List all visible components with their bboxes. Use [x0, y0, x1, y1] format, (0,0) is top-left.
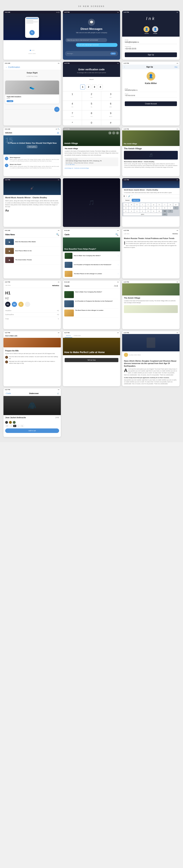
- cards-list-item-1[interactable]: How to Make Your Company Run Better? ›: [63, 251, 120, 260]
- wma-kb-tool-quote[interactable]: ": [132, 195, 132, 197]
- jean-size-m[interactable]: M: [13, 425, 16, 427]
- key-z[interactable]: z: [123, 210, 129, 213]
- key-delete[interactable]: ⌫: [162, 210, 168, 213]
- signup-skip-button[interactable]: Skip: [174, 66, 178, 68]
- jean-add-to-cart-button[interactable]: Add to cart: [5, 429, 59, 433]
- key-c[interactable]: c: [134, 210, 140, 213]
- key-h[interactable]: h: [151, 207, 156, 209]
- video-news-item-1[interactable]: ▶ Meet the Musicians Who Matter: [3, 238, 61, 247]
- dm-send-button[interactable]: Send: [110, 53, 116, 55]
- key-x[interactable]: x: [129, 210, 134, 213]
- key-i[interactable]: i: [162, 203, 168, 206]
- wma-kb-tool-link[interactable]: 🔗: [128, 195, 130, 197]
- signup-phone-field[interactable]: Phone +33-433-33-55: [125, 93, 177, 97]
- verif-box-4[interactable]: 4: [98, 85, 103, 89]
- signup-back-button[interactable]: ‹: [124, 66, 125, 68]
- wma-kb-tool-i[interactable]: I: [126, 195, 127, 197]
- verif-box-1[interactable]: 1: [80, 85, 85, 89]
- company-run-card-3[interactable]: The Best Places to Get a Burger in Londo…: [64, 309, 119, 318]
- key-a[interactable]: a: [123, 207, 129, 209]
- verif-key-3[interactable]: 3DEF: [101, 91, 120, 101]
- verif-key-5[interactable]: 5JKL: [82, 101, 101, 110]
- key-s[interactable]: s: [129, 207, 134, 209]
- wma-typo-btn[interactable]: [25, 302, 30, 307]
- latte-recipe-header-icon[interactable]: ⋮: [58, 335, 59, 337]
- amish-nav-1[interactable]: ◀: [108, 131, 111, 134]
- advices-cat-undercover[interactable]: Undercover: [72, 334, 82, 338]
- jean-back-button[interactable]: ‹ Cards: [5, 393, 11, 395]
- amish-website-link[interactable]: amishvillage.net: [65, 167, 73, 169]
- amish-nav-2[interactable]: 1: [112, 131, 115, 134]
- signup-create-button[interactable]: Create Account: [125, 101, 177, 106]
- amish-facebook-link[interactable]: facebook.com/amishvillage: [74, 167, 89, 169]
- wma-kb-cancel-button[interactable]: Cancel: [123, 199, 131, 202]
- amish-phone[interactable]: +1 717 687 8511: [66, 164, 117, 165]
- key-123[interactable]: 123: [168, 210, 173, 213]
- jean-basket-icon[interactable]: 🛒: [57, 393, 59, 395]
- signup-email-field[interactable]: Email hello@template.ru: [125, 88, 177, 92]
- key-l[interactable]: l: [168, 207, 173, 209]
- key-g[interactable]: g: [146, 207, 151, 209]
- key-e[interactable]: e: [134, 203, 140, 206]
- places-filter-icon[interactable]: ⊟: [57, 131, 59, 134]
- key-n[interactable]: n: [151, 210, 156, 213]
- verif-key-8[interactable]: 8TUV: [82, 111, 101, 120]
- key-r[interactable]: r: [140, 203, 145, 206]
- key-y[interactable]: y: [151, 203, 156, 206]
- ink-password-field[interactable]: Password +33-433-33-55: [125, 46, 177, 51]
- key-space[interactable]: space: [123, 213, 162, 216]
- jean-size-xs[interactable]: XS: [5, 425, 9, 427]
- verif-key-7[interactable]: 7PQRS: [63, 111, 82, 120]
- key-b[interactable]: b: [146, 210, 151, 213]
- key-f[interactable]: f: [140, 207, 145, 209]
- jean-size-s[interactable]: S: [9, 425, 12, 427]
- ink-signup-button[interactable]: Sign Up: [125, 53, 177, 57]
- swipe-circle-btn[interactable]: →: [54, 107, 60, 112]
- verif-box-3[interactable]: 3: [92, 85, 97, 89]
- key-m[interactable]: m: [157, 210, 162, 213]
- places-watch-button[interactable]: Watch gallery: [27, 146, 37, 148]
- key-return[interactable]: return: [162, 213, 168, 216]
- verif-key-star[interactable]: *: [63, 120, 82, 125]
- wma-kb-add-link-button[interactable]: Add Link: [132, 199, 140, 202]
- ink-email-field[interactable]: Email hello@template.ru: [125, 39, 177, 44]
- jean-size-xl[interactable]: XL: [21, 425, 24, 427]
- swipe-back-icon[interactable]: ← Confirmation: [5, 66, 20, 68]
- key-u[interactable]: u: [157, 203, 162, 206]
- verif-key-1[interactable]: 1: [63, 91, 82, 101]
- key-t[interactable]: t: [146, 203, 151, 206]
- key-k[interactable]: k: [162, 207, 168, 209]
- key-q[interactable]: q: [123, 203, 129, 206]
- verif-key-0[interactable]: 0: [82, 120, 101, 125]
- key-d[interactable]: d: [134, 207, 140, 209]
- video-news-item-3[interactable]: ▶ The Great Online Threats: [3, 255, 61, 265]
- wma-kb-tool-b[interactable]: B: [123, 195, 125, 197]
- video-news-item-2[interactable]: ▶ Best Places Where to Go: [3, 247, 61, 255]
- key-shift[interactable]: ⇧: [173, 207, 179, 209]
- jean-color-1[interactable]: [5, 421, 8, 424]
- jean-size-l[interactable]: L: [17, 425, 20, 427]
- advices-cat-advices[interactable]: Advices: [65, 334, 72, 338]
- cards-list-item-2[interactable]: Is It Possible to Postpone the Election …: [63, 260, 120, 270]
- jean-color-3[interactable]: [13, 421, 15, 424]
- verif-box-2[interactable]: 2: [86, 85, 91, 89]
- key-w[interactable]: w: [129, 203, 134, 206]
- company-run-card-1[interactable]: How to Make Your Company Run Better?: [64, 290, 119, 299]
- cards-search-icon[interactable]: 🔍: [115, 233, 118, 236]
- key-p[interactable]: p: [173, 203, 179, 206]
- cards-list-item-3[interactable]: The Best Places to Get a Burger in Londo…: [63, 270, 120, 278]
- verif-key-9[interactable]: 9WXYZ: [101, 111, 120, 120]
- company-run-card-2[interactable]: Is It Possible to Postpone the Election …: [64, 299, 119, 309]
- video-news-search-icon[interactable]: 🔍: [56, 233, 59, 236]
- verif-key-2[interactable]: 2ABC: [82, 91, 101, 101]
- key-o[interactable]: o: [168, 203, 173, 206]
- verif-key-hash[interactable]: #: [101, 120, 120, 125]
- key-j[interactable]: j: [157, 207, 162, 209]
- amish-nav-3[interactable]: ▶: [116, 131, 119, 134]
- jean-color-2[interactable]: [9, 421, 12, 424]
- advices-tell-me-button[interactable]: Tell me how: [65, 358, 118, 362]
- verif-key-6[interactable]: 6MNO: [101, 101, 120, 110]
- key-v[interactable]: v: [140, 210, 145, 213]
- verif-key-4[interactable]: 4GHI: [63, 101, 82, 110]
- dm-input-area[interactable]: Message... Send: [65, 51, 118, 56]
